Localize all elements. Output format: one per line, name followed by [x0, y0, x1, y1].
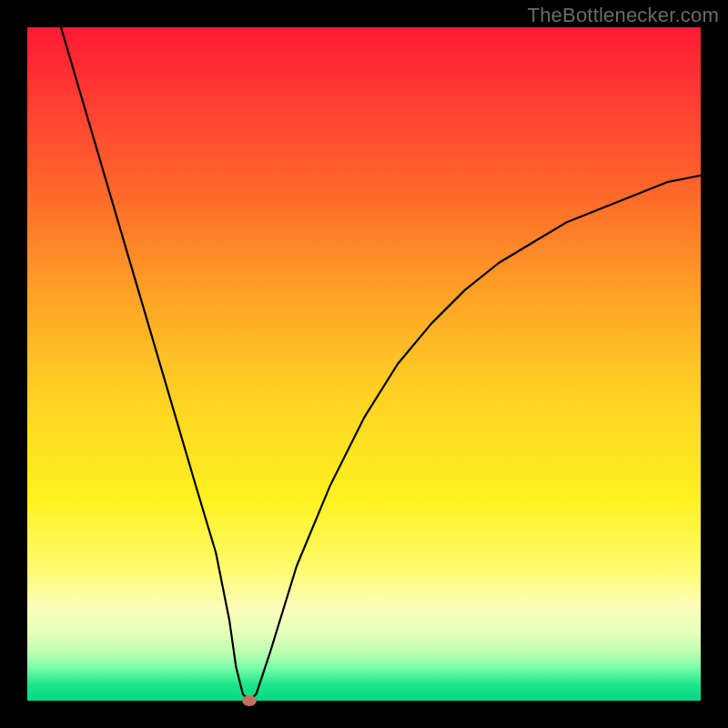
watermark-text: TheBottlenecker.com [528, 4, 719, 27]
plot-area [27, 27, 701, 701]
optimum-marker [242, 695, 257, 706]
bottleneck-curve [27, 27, 701, 701]
chart-frame: TheBottlenecker.com [0, 0, 728, 728]
